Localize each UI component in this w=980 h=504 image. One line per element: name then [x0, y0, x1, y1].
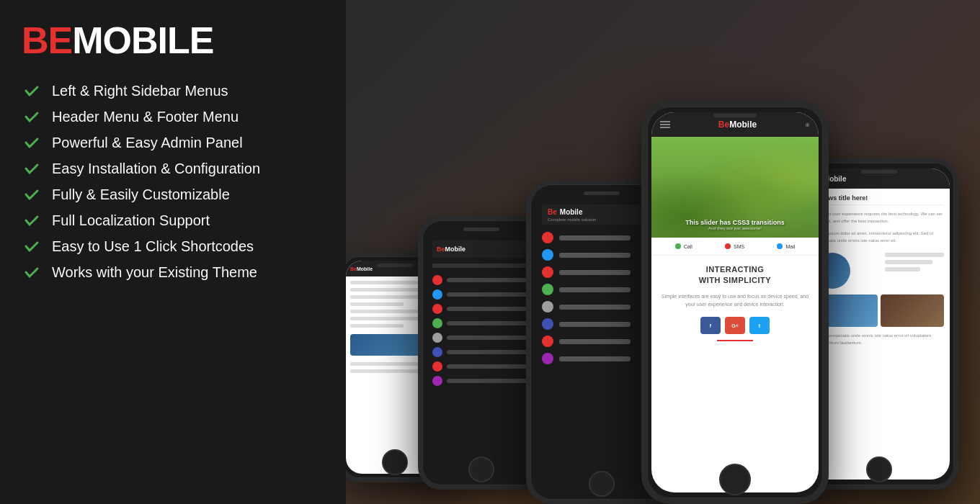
p5-img-text	[881, 253, 944, 289]
p5-text-line	[885, 267, 920, 271]
brand-logo: BEMOBILE	[22, 22, 324, 59]
hamburger-icon	[660, 120, 670, 129]
check-icon	[22, 132, 42, 153]
logo-be: BE	[22, 19, 72, 61]
p4-logo-mobile: Mobile	[729, 120, 757, 130]
menu-dot	[542, 266, 553, 278]
menu-dot	[542, 301, 553, 312]
p4-search-icon: ⊕	[805, 122, 810, 128]
phone-speaker	[713, 114, 757, 117]
menu-dot	[432, 361, 442, 372]
feature-shortcodes: Easy to Use 1 Click Shortcodes	[22, 236, 324, 256]
menu-label	[447, 278, 530, 282]
p4-hero-text-block: This slider has CSS3 transitions And the…	[651, 219, 819, 230]
menu-label-main	[559, 287, 631, 292]
p3-logo-mobile: Mobile	[560, 208, 583, 216]
svg-rect-0	[660, 121, 670, 122]
p4-hero-section: This slider has CSS3 transitions And the…	[651, 137, 819, 238]
menu-dot	[432, 304, 442, 314]
menu-dot	[542, 318, 553, 330]
feature-existing-theme: Works with your Existing Theme	[22, 262, 324, 282]
menu-label	[447, 350, 530, 354]
feature-text-installation: Easy Installation & Configuration	[52, 159, 260, 178]
menu-dot	[432, 376, 442, 386]
p4-action-bar: Call SMS Mail	[651, 238, 819, 256]
p4-content-title: INTERACTINGWITH SIMPLICITY	[659, 264, 811, 287]
menu-dot	[432, 318, 442, 328]
check-icon	[22, 184, 42, 204]
check-icon	[22, 236, 42, 256]
phone-speaker	[463, 228, 499, 231]
menu-label-main	[559, 253, 631, 258]
list-item	[432, 289, 530, 300]
p4-hero-subtitle: And they are just awesome!	[651, 226, 819, 230]
p5-text-line	[885, 260, 932, 264]
p5-text-line	[885, 253, 944, 257]
list-item	[432, 318, 530, 328]
feature-text-header: Header Menu & Footer Menu	[52, 107, 239, 126]
feature-header-footer: Header Menu & Footer Menu	[22, 107, 324, 127]
googleplus-button[interactable]: G+	[725, 317, 745, 334]
phone-speaker	[377, 264, 413, 267]
phone-home-button	[382, 449, 408, 475]
twitter-button[interactable]: t	[749, 317, 770, 334]
menu-label-main	[559, 322, 631, 327]
p5-photo-2	[881, 294, 944, 327]
check-icon	[22, 107, 42, 127]
p4-sms-action: SMS	[725, 243, 744, 249]
p3-subtitle: Complete mobile solution	[548, 217, 596, 222]
feature-text-localization: Full Localization Support	[52, 211, 210, 230]
p4-divider	[717, 340, 753, 341]
p4-hero-title: This slider has CSS3 transitions	[651, 219, 819, 226]
feature-sidebar-menus: Left & Right Sidebar Menus	[22, 81, 324, 101]
p4-logo-be: Be	[718, 120, 729, 130]
p5-more-text: Lorem ipsum dolor sit amet, consectetur …	[814, 230, 944, 244]
p4-call-action: Call	[675, 243, 692, 249]
menu-dot	[542, 284, 553, 295]
p4-content-body: Simple interfaces are easy to use and fo…	[659, 292, 811, 308]
p2-subtitle	[432, 264, 530, 268]
menu-dot	[542, 232, 553, 243]
list-item	[432, 304, 530, 314]
right-panel: BeMobile	[346, 0, 980, 504]
left-panel: BEMOBILE Left & Right Sidebar Menus Head…	[0, 0, 346, 504]
feature-admin-panel: Powerful & Easy Admin Panel	[22, 132, 324, 153]
menu-label	[447, 292, 530, 297]
facebook-button[interactable]: f	[700, 317, 721, 334]
menu-label-main	[559, 305, 631, 310]
menu-dot	[542, 336, 553, 347]
check-icon	[22, 262, 42, 282]
p5-content: A news title here! The best user experie…	[808, 189, 950, 480]
menu-dot	[432, 289, 442, 300]
menu-dot	[542, 353, 553, 364]
list-item	[432, 361, 530, 372]
menu-label	[447, 364, 530, 369]
list-item	[432, 347, 530, 357]
feature-localization: Full Localization Support	[22, 210, 324, 230]
menu-dot	[432, 275, 442, 285]
menu-label	[447, 336, 530, 340]
p1-logo: Be	[350, 266, 357, 271]
p4-call-label: Call	[684, 244, 692, 249]
phone-4: BeMobile ⊕ This slider has CSS3 transiti…	[641, 101, 829, 504]
menu-label	[447, 321, 530, 325]
p1-text-line	[350, 288, 421, 292]
p1-text-line	[350, 310, 421, 313]
phone-2: BeMobile	[418, 216, 544, 490]
phone-home-button	[866, 456, 892, 482]
p2-logo: Be	[437, 246, 445, 253]
feature-text-shortcodes: Easy to Use 1 Click Shortcodes	[52, 237, 254, 256]
p2-header: BeMobile	[432, 240, 530, 258]
p5-photo-grid	[814, 294, 944, 327]
svg-rect-1	[660, 124, 670, 125]
feature-text-theme: Works with your Existing Theme	[52, 263, 257, 282]
p4-sms-label: SMS	[734, 244, 744, 249]
check-icon	[22, 158, 42, 179]
svg-rect-2	[660, 127, 670, 128]
list-item	[432, 333, 530, 343]
p4-social-buttons: f G+ t	[659, 317, 811, 334]
menu-dot	[432, 333, 442, 343]
p4-main-content: INTERACTINGWITH SIMPLICITY Simple interf…	[651, 256, 819, 492]
p4-logo: BeMobile	[718, 120, 757, 130]
list-item	[432, 275, 530, 285]
